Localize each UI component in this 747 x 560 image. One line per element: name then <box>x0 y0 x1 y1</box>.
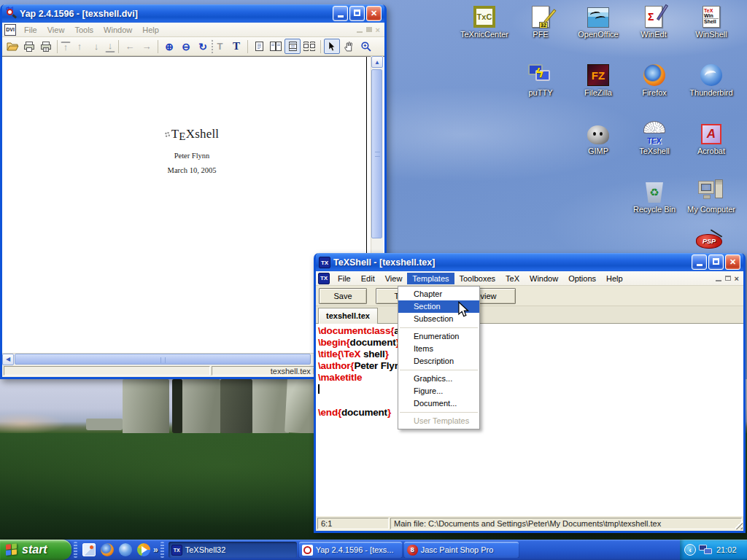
print-icon[interactable] <box>21 39 37 54</box>
desktop-icon-acrobat[interactable]: AAcrobat <box>684 118 739 155</box>
taskbar-task-jasc-paint-shop-pro[interactable]: 8Jasc Paint Shop Pro <box>404 542 519 558</box>
back-icon[interactable]: ← <box>122 39 138 54</box>
quick-launch-firefox-icon[interactable] <box>101 543 114 556</box>
taskbar-task-yap-2-4-1596-texs[interactable]: Yap 2.4.1596 - [texs... <box>299 542 402 558</box>
open-icon[interactable] <box>4 39 20 54</box>
texshell-menu-templates[interactable]: Templates <box>407 273 454 284</box>
view-continuous-facing-icon[interactable] <box>301 39 317 54</box>
desktop-icon-label: puTTY <box>513 88 568 97</box>
menu-item-document[interactable]: Document... <box>398 397 479 410</box>
quick-launch-media-player-icon[interactable] <box>137 543 150 556</box>
forward-icon[interactable]: → <box>139 39 155 54</box>
yap-menu-help[interactable]: Help <box>137 24 164 36</box>
toolbar-drag-handle[interactable] <box>160 542 164 558</box>
toolbar-separator <box>118 40 119 53</box>
desktop-icon-firefox[interactable]: Firefox <box>627 60 682 97</box>
toolbar-drag-handle[interactable] <box>74 542 77 558</box>
resize-grip[interactable] <box>734 521 743 529</box>
yap-titlebar[interactable]: dvi Yap 2.4.1596 - [texshell.dvi] ✕ <box>2 4 384 23</box>
last-page-icon[interactable]: ↓ <box>105 41 115 52</box>
quick-launch-show-desktop-icon[interactable] <box>82 543 96 556</box>
editor-line: \author{Peter Flynn} <box>316 360 743 372</box>
stone <box>220 379 252 433</box>
quick-launch-overflow-chevron[interactable]: » <box>153 545 158 555</box>
desktop-icon-texniccenter[interactable]: TxCTeXnicCenter <box>457 1 512 39</box>
texshell-menu-toolboxes[interactable]: Toolboxes <box>454 273 501 284</box>
tab-texshell-tex[interactable]: texshell.tex <box>318 308 378 324</box>
pfe-icon: 32 <box>513 1 568 28</box>
desktop-icon-openoffice[interactable]: OpenOffice <box>570 1 626 39</box>
scroll-left-button[interactable]: ◀ <box>2 354 14 365</box>
start-button[interactable]: start <box>0 540 71 560</box>
desktop-icon-label: TeXnicCenter <box>457 30 512 39</box>
tray-collapse-chevron-icon[interactable]: ‹ <box>684 544 696 556</box>
yap-menu-file[interactable]: File <box>19 24 42 36</box>
texshell-titlebar[interactable]: TX TeXShell - [texshell.tex] ✕ <box>316 253 743 271</box>
taskbar-clock[interactable]: 21:02 <box>716 545 737 554</box>
desktop-icon-texshell[interactable]: TEXTeXshell <box>627 118 682 155</box>
menu-item-enumeration[interactable]: Enumeration <box>398 330 479 343</box>
view-single-icon[interactable] <box>251 39 267 54</box>
desktop-icon-paint-shop-pro[interactable]: PSP <box>694 234 724 253</box>
texshell-maximize-button[interactable] <box>708 254 724 270</box>
menu-item-description[interactable]: Description <box>398 355 479 368</box>
vertical-scroll-thumb[interactable] <box>371 69 382 238</box>
desktop-icon-filezilla[interactable]: FZFileZilla <box>570 60 626 97</box>
desktop-icon-winedt[interactable]: ΣWinEdt <box>626 1 681 39</box>
menu-item-figure[interactable]: Figure... <box>398 385 479 397</box>
task-label: Jasc Paint Shop Pro <box>421 545 494 554</box>
texshell-mdi-controls[interactable]: × <box>716 275 742 282</box>
texshell-menu-window[interactable]: Window <box>525 273 563 284</box>
ruler-text-icon[interactable]: T <box>212 39 228 54</box>
first-page-icon[interactable]: ↑ <box>61 42 71 53</box>
zoom-out-icon[interactable]: ⊖ <box>178 39 194 54</box>
menu-item-chapter[interactable]: Chapter <box>398 288 479 300</box>
prev-page-icon[interactable]: ↑ <box>71 39 88 54</box>
menu-item-items[interactable]: Items <box>398 343 479 355</box>
view-facing-icon[interactable] <box>268 39 284 54</box>
yap-minimize-button[interactable] <box>333 6 348 21</box>
refresh-icon[interactable]: ↻ <box>195 39 211 54</box>
texshell-minimize-button[interactable] <box>692 254 707 270</box>
select-tool-icon[interactable] <box>324 39 340 54</box>
yap-close-button[interactable]: ✕ <box>366 6 382 21</box>
texshell-menu-help[interactable]: Help <box>601 273 628 284</box>
magnifier-icon[interactable] <box>357 39 374 54</box>
texshell-menu-view[interactable]: View <box>380 273 408 284</box>
texshell-menu-options[interactable]: Options <box>563 273 601 284</box>
quick-launch-thunderbird-icon[interactable] <box>119 543 132 556</box>
hand-tool-icon[interactable] <box>341 39 357 54</box>
desktop-icon-my-computer[interactable]: My Computer <box>684 176 739 214</box>
desktop-icon-thunderbird[interactable]: Thunderbird <box>684 60 739 97</box>
view-continuous-icon[interactable] <box>285 39 301 54</box>
toolbar-separator <box>158 40 158 53</box>
texshell-menu-edit[interactable]: Edit <box>356 273 380 284</box>
yap-mdi-controls[interactable]: × <box>357 26 383 34</box>
desktop-icon-recycle-bin[interactable]: ♻Recycle Bin <box>627 176 682 214</box>
text-icon[interactable]: T <box>228 39 244 54</box>
network-status-icon[interactable] <box>699 544 713 556</box>
texshell-menu-tex[interactable]: TeX <box>500 273 525 284</box>
texshell-close-button[interactable]: ✕ <box>725 254 740 270</box>
save-button[interactable]: Save <box>319 288 367 304</box>
zoom-in-icon[interactable]: ⊕ <box>161 39 177 54</box>
desktop-icon-pfe[interactable]: 32PFE <box>513 1 568 39</box>
print-page-icon[interactable] <box>38 39 54 54</box>
horizontal-scroll-thumb[interactable] <box>15 354 311 365</box>
taskbar-task-texshell32[interactable]: TXTeXShell32 <box>169 542 297 558</box>
yap-dvi-page-icon: DVI <box>4 24 16 36</box>
yap-menu-tools[interactable]: Tools <box>69 24 98 36</box>
yap-maximize-button[interactable] <box>349 6 365 21</box>
yap-menu-view[interactable]: View <box>42 24 70 36</box>
menu-item-graphics[interactable]: Graphics... <box>398 373 479 385</box>
desktop-icon-putty[interactable]: ϟpuTTY <box>513 60 568 97</box>
texshell-menu-file[interactable]: File <box>333 273 356 284</box>
texshell-toolbar: SaveTeXPreview <box>316 286 743 306</box>
scroll-up-button[interactable]: ▲ <box>371 56 383 68</box>
yap-menu-window[interactable]: Window <box>98 24 137 36</box>
next-page-icon[interactable]: ↓ <box>88 39 104 54</box>
desktop-icon-winshell[interactable]: TeXWinShellWinShell <box>684 1 739 39</box>
texshell-editor[interactable]: \documentclass{article}\begin{document}\… <box>316 324 743 516</box>
toolbar-separator <box>320 40 321 53</box>
desktop-icon-gimp[interactable]: GIMP <box>570 118 626 155</box>
